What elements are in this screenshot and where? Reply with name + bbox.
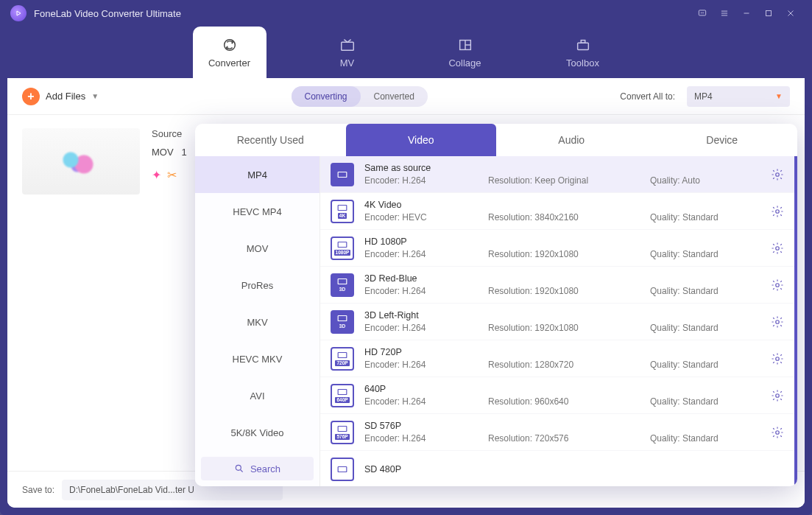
poptab-video[interactable]: Video [346,124,497,156]
status-segment: Converting Converted [292,86,428,107]
file-thumbnail[interactable] [22,128,140,195]
poptab-recent[interactable]: Recently Used [195,124,346,156]
preset-type-icon: 640P [331,384,354,407]
preset-row[interactable]: Same as sourceEncoder: H.264Resolution: … [320,156,794,193]
preset-details: SD 576PEncoder: H.264Resolution: 720x576… [364,421,760,444]
preset-settings-button[interactable] [771,168,784,181]
file-format: MOV [152,147,174,158]
preset-encoder: Encoder: H.264 [364,396,488,407]
preset-encoder: Encoder: H.264 [364,175,488,186]
convert-all-dropdown[interactable]: MP4 ▼ [687,86,790,107]
preset-resolution: Resolution: Keep Original [488,175,650,186]
poptab-device[interactable]: Device [647,124,798,156]
svg-rect-33 [338,389,347,394]
add-files-button[interactable]: + Add Files ▼ [22,88,99,105]
svg-rect-13 [341,42,353,50]
format-item-prores[interactable]: ProRes [195,267,319,304]
svg-point-30 [776,320,780,323]
preset-resolution: Resolution: 1920x1080 [488,323,650,333]
preset-row[interactable]: 720PHD 720PEncoder: H.264Resolution: 128… [320,340,794,377]
svg-point-24 [776,209,780,213]
preset-row[interactable]: 3D3D Red-BlueEncoder: H.264Resolution: 1… [320,267,794,304]
preset-details: 4K VideoEncoder: HEVCResolution: 3840x21… [364,200,760,223]
seg-converted[interactable]: Converted [361,86,428,107]
preset-settings-button[interactable] [771,205,784,218]
poptab-audio[interactable]: Audio [496,124,647,156]
maximize-button[interactable] [758,2,780,24]
minimize-button[interactable] [735,2,758,24]
preset-details: SD 480P [364,464,784,474]
content-panel: + Add Files ▼ Converting Converted Conve… [7,78,805,508]
tab-mv[interactable]: MV [311,27,384,78]
format-item-mkv[interactable]: MKV [195,304,319,340]
preset-row[interactable]: SD 480P [320,451,794,486]
preset-line: Encoder: H.264Resolution: 720x576Quality… [364,433,760,444]
format-item-avi[interactable]: AVI [195,377,319,414]
preset-list[interactable]: Same as sourceEncoder: H.264Resolution: … [320,156,797,486]
toolbar: + Add Files ▼ Converting Converted Conve… [7,78,805,115]
tab-toolbox[interactable]: Toolbox [546,27,620,78]
preset-quality: Quality: Standard [650,433,760,444]
preset-encoder: Encoder: H.264 [364,433,488,444]
preset-name: 640P [364,384,760,394]
tab-converter[interactable]: Converter [193,27,266,78]
svg-point-3 [702,13,703,13]
seg-converting[interactable]: Converting [292,86,361,107]
preset-settings-button[interactable] [771,389,784,402]
file-info-trunc: 1 [181,147,186,158]
search-icon [234,463,244,474]
preset-row[interactable]: 576PSD 576PEncoder: H.264Resolution: 720… [320,414,794,451]
preset-row[interactable]: 640P640PEncoder: H.264Resolution: 960x64… [320,377,794,414]
trim-icon[interactable]: ✂ [167,168,177,182]
preset-type-icon [331,163,354,186]
preset-settings-button[interactable] [771,242,784,255]
preset-quality: Quality: Standard [650,286,760,296]
format-item-5k-8k-video[interactable]: 5K/8K Video [195,414,319,451]
preset-line: Encoder: H.264Resolution: 1920x1080Quali… [364,286,760,296]
format-item-hevc-mp4[interactable]: HEVC MP4 [195,193,319,230]
plus-icon: + [22,88,40,105]
format-item-mp4[interactable]: MP4 [195,156,319,193]
preset-line: Encoder: HEVCResolution: 3840x2160Qualit… [364,212,760,223]
preset-encoder: Encoder: H.264 [364,286,488,296]
tab-converter-label: Converter [208,57,250,69]
format-search-button[interactable]: Search [201,457,314,480]
app-title: FoneLab Video Converter Ultimate [34,8,181,19]
effect-icon[interactable]: ✦ [152,168,161,182]
preset-row[interactable]: 3D3D Left-RightEncoder: H.264Resolution:… [320,304,794,340]
svg-point-2 [701,13,702,13]
file-info: Source MOV 1 ✦ ✂ [152,128,187,182]
svg-rect-31 [338,352,347,357]
preset-resolution: Resolution: 1280x720 [488,360,650,370]
preset-details: 3D Red-BlueEncoder: H.264Resolution: 192… [364,273,760,296]
preset-row[interactable]: 4K4K VideoEncoder: HEVCResolution: 3840x… [320,193,794,230]
format-item-mov[interactable]: MOV [195,230,319,267]
source-label: Source [152,128,187,139]
menu-icon[interactable] [713,2,735,24]
preset-settings-button[interactable] [771,352,784,365]
preset-details: HD 1080PEncoder: H.264Resolution: 1920x1… [364,237,760,259]
tab-collage-label: Collage [448,57,481,69]
preset-row[interactable]: 1080PHD 1080PEncoder: H.264Resolution: 1… [320,230,794,267]
svg-rect-37 [338,466,347,472]
preset-encoder: Encoder: HEVC [364,212,488,223]
convert-all-value: MP4 [694,91,713,102]
svg-rect-23 [338,205,347,210]
svg-point-34 [776,393,780,397]
preset-name: SD 576P [364,421,760,431]
close-button[interactable] [780,2,802,24]
preset-resolution: Resolution: 3840x2160 [488,212,650,223]
tab-collage[interactable]: Collage [428,27,502,78]
preset-settings-button[interactable] [771,315,784,329]
preset-settings-button[interactable] [771,278,784,292]
svg-rect-27 [338,278,347,284]
svg-point-4 [703,13,704,13]
feedback-icon[interactable] [691,2,713,24]
preset-name: 3D Red-Blue [364,273,760,284]
svg-point-19 [236,465,241,470]
format-item-hevc-mkv[interactable]: HEVC MKV [195,340,319,377]
preset-quality: Quality: Standard [650,249,760,259]
preset-details: Same as sourceEncoder: H.264Resolution: … [364,163,760,186]
preset-resolution: Resolution: 960x640 [488,396,650,407]
preset-settings-button[interactable] [771,426,784,439]
